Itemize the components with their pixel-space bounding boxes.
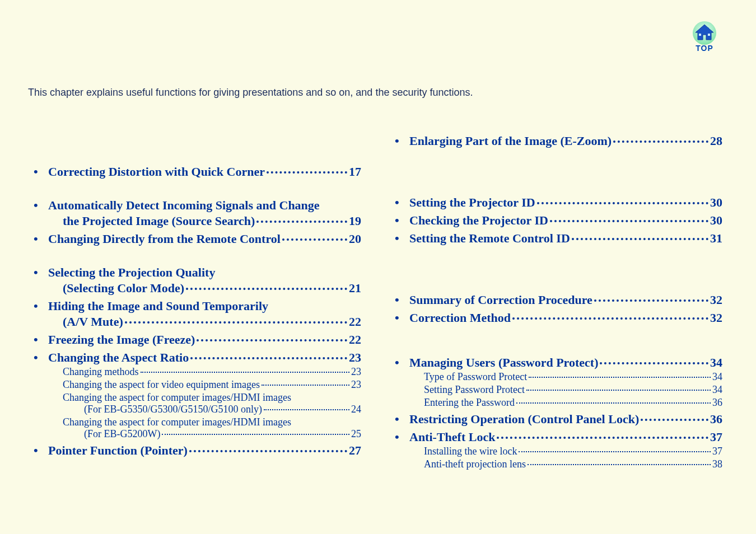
toc-label: Changing methods	[63, 366, 139, 378]
toc-leader	[497, 437, 708, 439]
toc-leader	[641, 419, 708, 421]
toc-leader	[572, 238, 708, 240]
toc-label: Anti-Theft Lock	[409, 430, 495, 444]
toc-label: Enlarging Part of the Image (E-Zoom)	[409, 134, 612, 148]
toc-label: Correction Method	[409, 311, 511, 325]
toc-sub-link[interactable]: Setting Password Protect 34	[395, 384, 722, 396]
toc-page: 34	[712, 384, 722, 396]
toc-sub-link[interactable]: Type of Password Protect 34	[395, 371, 722, 383]
toc-link[interactable]: • Setting the Projector ID 30	[395, 195, 722, 210]
toc-leader	[512, 317, 708, 320]
toc-label: (Selecting Color Mode)	[63, 281, 184, 296]
toc-page: 28	[710, 134, 722, 148]
toc-leader	[282, 238, 347, 241]
toc-link[interactable]: • Setting the Remote Control ID 31	[395, 231, 722, 246]
toc-page: 20	[349, 232, 361, 246]
toc-label: (For EB-G5350/G5300/G5150/G5100 only)	[84, 404, 262, 415]
top-nav-label: TOP	[696, 44, 713, 53]
toc-link-cont[interactable]: (Selecting Color Mode) 21	[34, 281, 361, 296]
toc-page: 37	[710, 430, 722, 444]
toc-leader	[267, 171, 347, 174]
toc-sub-link[interactable]: Anti-theft projection lens 38	[395, 458, 722, 470]
toc-leader	[197, 339, 347, 341]
chapter-intro: This chapter explains useful functions f…	[28, 87, 473, 99]
toc-sub-link[interactable]: Changing the aspect for computer images/…	[34, 392, 361, 404]
toc-leader	[264, 409, 349, 410]
toc-label: Changing the aspect for video equipment …	[63, 379, 260, 391]
toc-leader	[613, 140, 708, 143]
toc-sub-link[interactable]: Installing the wire lock 37	[395, 446, 722, 457]
toc-leader	[256, 221, 347, 223]
toc-label: Hiding the Image and Sound Temporarily	[48, 299, 268, 313]
toc-page: 32	[710, 293, 722, 307]
toc-leader	[550, 220, 708, 222]
toc-sub-link[interactable]: Entering the Password 36	[395, 397, 722, 409]
toc-label: Entering the Password	[424, 397, 515, 409]
toc-link-cont[interactable]: (A/V Mute) 22	[34, 315, 361, 329]
toc-label: Changing the aspect for computer images/…	[63, 392, 291, 404]
toc-link[interactable]: • Summary of Correction Procedure 32	[395, 293, 722, 307]
toc-label: Setting Password Protect	[424, 384, 525, 396]
toc-link-cont[interactable]: the Projected Image (Source Search) 19	[34, 214, 361, 228]
top-nav-icon[interactable]: TOP	[687, 17, 722, 53]
toc-link[interactable]: • Managing Users (Password Protect) 34	[395, 355, 722, 370]
toc-link[interactable]: • Automatically Detect Incoming Signals …	[34, 198, 361, 213]
toc-link[interactable]: • Correction Method 32	[395, 311, 722, 325]
toc-leader	[125, 321, 347, 324]
toc-page: 31	[710, 231, 722, 246]
toc-page: 22	[349, 315, 361, 329]
toc-page: 38	[712, 458, 722, 470]
toc-page: 22	[349, 332, 361, 347]
toc-leader	[519, 451, 711, 452]
toc-page: 25	[351, 428, 361, 440]
toc-label: Setting the Projector ID	[409, 195, 535, 210]
toc-link[interactable]: • Freezing the Image (Freeze) 22	[34, 332, 361, 347]
toc-leader	[189, 450, 347, 452]
toc-sub-link[interactable]: Changing the aspect for computer images/…	[34, 416, 361, 428]
toc-label: (For EB-G5200W)	[84, 428, 160, 440]
toc-page: 19	[349, 214, 361, 228]
toc-link[interactable]: • Pointer Function (Pointer) 27	[34, 443, 361, 458]
toc-label: Type of Password Protect	[424, 371, 527, 383]
toc-label: Restricting Operation (Control Panel Loc…	[409, 412, 639, 427]
toc-leader	[537, 202, 708, 204]
svg-rect-3	[708, 34, 710, 36]
toc-page: 17	[349, 165, 361, 179]
svg-rect-2	[699, 34, 701, 36]
toc-label: Changing Directly from the Remote Contro…	[48, 232, 281, 246]
toc-link[interactable]: • Selecting the Projection Quality	[34, 265, 361, 280]
toc-page: 36	[712, 397, 722, 409]
toc-label: Managing Users (Password Protect)	[409, 355, 598, 370]
toc-sub-link[interactable]: Changing methods 23	[34, 366, 361, 378]
toc-sub-link[interactable]: Changing the aspect for video equipment …	[34, 379, 361, 391]
toc-leader	[141, 372, 350, 373]
toc-label: (A/V Mute)	[63, 315, 123, 329]
toc-leader	[162, 434, 349, 435]
toc-link[interactable]: • Anti-Theft Lock 37	[395, 430, 722, 444]
toc-link[interactable]: • Changing the Aspect Ratio 23	[34, 350, 361, 365]
toc-label: Setting the Remote Control ID	[409, 231, 570, 246]
toc-label: Pointer Function (Pointer)	[48, 443, 188, 458]
toc-link[interactable]: • Restricting Operation (Control Panel L…	[395, 412, 722, 427]
toc-label: Correcting Distortion with Quick Corner	[48, 165, 265, 179]
toc-page: 32	[710, 311, 722, 325]
toc-sub-link-cont[interactable]: (For EB-G5350/G5300/G5150/G5100 only) 24	[34, 404, 361, 415]
toc-link[interactable]: • Correcting Distortion with Quick Corne…	[34, 165, 361, 179]
toc-page: 23	[351, 379, 361, 391]
toc-label: Freezing the Image (Freeze)	[48, 332, 195, 347]
toc-link[interactable]: • Checking the Projector ID 30	[395, 213, 722, 228]
toc-sub-link-cont[interactable]: (For EB-G5200W) 25	[34, 428, 361, 440]
toc-link[interactable]: • Enlarging Part of the Image (E-Zoom) 2…	[395, 134, 722, 148]
toc-link[interactable]: • Hiding the Image and Sound Temporarily	[34, 299, 361, 313]
toc-page: 37	[712, 446, 722, 457]
toc-leader	[262, 385, 349, 386]
toc-link[interactable]: • Changing Directly from the Remote Cont…	[34, 232, 361, 246]
toc-label: Anti-theft projection lens	[424, 458, 526, 470]
toc-page: 30	[710, 213, 722, 228]
toc-label: Changing the aspect for computer images/…	[63, 416, 291, 428]
toc-label: Automatically Detect Incoming Signals an…	[48, 198, 320, 213]
toc-label: Checking the Projector ID	[409, 213, 548, 228]
toc-leader	[516, 402, 711, 404]
toc-label: Selecting the Projection Quality	[48, 265, 215, 280]
toc-label: the Projected Image (Source Search)	[63, 214, 255, 228]
